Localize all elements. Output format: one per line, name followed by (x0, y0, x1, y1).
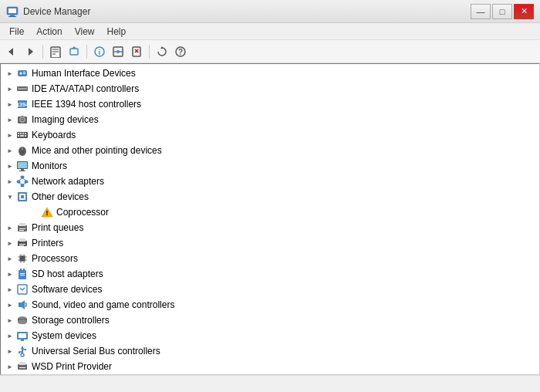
tree-item-other[interactable]: ▼ Other devices (1, 189, 539, 204)
minimize-button[interactable]: — (471, 4, 491, 19)
remove-button[interactable] (128, 43, 145, 60)
tree-item-storage[interactable]: ► Storage controllers (1, 313, 539, 328)
window-controls: — □ ✕ (471, 4, 534, 19)
title-bar: Device Manager — □ ✕ (0, 0, 540, 23)
svg-rect-88 (20, 275, 25, 275)
tree-item-processors[interactable]: ► Processors (1, 251, 539, 266)
system-label: System devices (32, 330, 96, 341)
svg-line-56 (19, 178, 22, 181)
menu-view[interactable]: View (69, 25, 101, 39)
menu-help[interactable]: Help (101, 25, 133, 39)
svg-rect-53 (17, 181, 20, 183)
software-label: Software devices (32, 284, 102, 295)
tree-item-ieee[interactable]: ► 1394 IEEE 1394 host controllers (1, 96, 539, 112)
tree-item-keyboards[interactable]: ► Keyboards (1, 127, 539, 143)
help-button[interactable]: ? (172, 43, 189, 60)
svg-rect-72 (19, 244, 25, 245)
sd-label: SD host adapters (32, 269, 103, 279)
svg-rect-68 (19, 230, 24, 231)
svg-marker-4 (8, 48, 13, 56)
tree-item-usb[interactable]: ► Universal Serial Bus controllers (1, 343, 539, 359)
monitors-label: Monitors (32, 161, 67, 171)
processor-icon (16, 252, 29, 265)
tree-item-network[interactable]: ► Network adapters (1, 174, 539, 189)
svg-rect-36 (21, 116, 24, 117)
tree-item-software[interactable]: ► Software devices (1, 282, 539, 297)
tree-item-printers[interactable]: ► Printers (1, 235, 539, 251)
svg-marker-97 (21, 346, 24, 349)
expand-icon: ► (4, 329, 16, 342)
tree-item-sd[interactable]: ► SD host adapters (1, 266, 539, 282)
svg-text:i: i (99, 49, 101, 56)
expand-icon: ► (4, 237, 16, 249)
svg-rect-99 (25, 349, 26, 350)
tree-item-print-queues[interactable]: ► Print queues (1, 220, 539, 235)
menu-bar: File Action View Help (0, 23, 540, 40)
svg-line-58 (19, 183, 22, 184)
storage-label: Storage controllers (32, 315, 110, 326)
device-tree[interactable]: ► Human Interface Devices ► IDE ATA/ATAP… (0, 63, 540, 375)
svg-rect-25 (23, 72, 25, 73)
keyboard-icon (16, 129, 29, 141)
svg-rect-41 (25, 133, 26, 134)
imaging-label: Imaging devices (32, 114, 99, 125)
printer-icon (16, 237, 29, 249)
tree-item-coprocessor[interactable]: ► ! Coprocessor (1, 204, 539, 220)
storage-icon (16, 314, 29, 326)
other-icon (16, 191, 29, 203)
menu-file[interactable]: File (3, 25, 30, 39)
svg-marker-11 (72, 46, 76, 49)
device-info-button[interactable]: i (91, 43, 108, 60)
svg-point-24 (20, 73, 22, 75)
expand-icon: ► (4, 268, 16, 280)
refresh-button[interactable] (154, 43, 170, 60)
forward-button[interactable] (22, 43, 39, 60)
ide-label: IDE ATA/ATAPI controllers (32, 83, 139, 94)
tree-item-imaging[interactable]: ► Imaging devices (1, 112, 539, 127)
expand-icon: ► (4, 314, 16, 326)
update-driver-button[interactable] (66, 43, 83, 60)
svg-line-59 (22, 183, 26, 184)
window-title: Device Manager (23, 6, 90, 17)
svg-rect-50 (21, 169, 24, 171)
tree-item-monitors[interactable]: ► Monitors (1, 158, 539, 174)
network-icon (16, 175, 29, 188)
scan-button[interactable] (110, 43, 127, 60)
keyboards-label: Keyboards (32, 130, 76, 140)
expand-icon: ► (4, 252, 16, 265)
refresh-icon (156, 46, 168, 58)
properties-button[interactable] (47, 43, 64, 60)
svg-rect-104 (19, 362, 25, 365)
sound-icon (16, 299, 29, 311)
svg-rect-39 (20, 133, 22, 134)
toolbar: i ? (0, 40, 540, 63)
expand-icon: ► (4, 175, 16, 188)
wsd-icon (16, 360, 29, 373)
svg-rect-3 (8, 16, 16, 17)
system-icon (16, 329, 29, 342)
expand-icon: ► (4, 299, 16, 311)
tree-item-mice[interactable]: ► Mice and other pointing devices (1, 143, 539, 158)
expand-icon: ► (4, 129, 16, 141)
close-button[interactable]: ✕ (514, 4, 534, 19)
svg-rect-52 (21, 176, 24, 178)
main-area: ► Human Interface Devices ► IDE ATA/ATAP… (0, 63, 540, 375)
expand-icon: ► (4, 160, 16, 172)
tree-item-system[interactable]: ► System devices (1, 328, 539, 343)
svg-rect-42 (18, 135, 19, 137)
tree-item-ide[interactable]: ► IDE ATA/ATAPI controllers (1, 81, 539, 96)
back-button[interactable] (3, 43, 20, 60)
network-label: Network adapters (32, 176, 104, 187)
tree-item-wsd[interactable]: ► WSD Print Provider (1, 359, 539, 374)
maximize-button[interactable]: □ (492, 4, 512, 19)
tree-item-sound[interactable]: ► Sound, video and game controllers (1, 297, 539, 313)
menu-action[interactable]: Action (30, 25, 68, 39)
tree-item-human-interface[interactable]: ► Human Interface Devices (1, 66, 539, 81)
toolbar-separator-3 (149, 45, 150, 59)
hid-icon (16, 67, 29, 79)
svg-rect-40 (22, 133, 24, 134)
expand-icon: ► (4, 67, 16, 79)
expand-icon: ► (4, 144, 16, 157)
expand-icon: ► (4, 283, 16, 296)
sd-icon (16, 268, 29, 280)
